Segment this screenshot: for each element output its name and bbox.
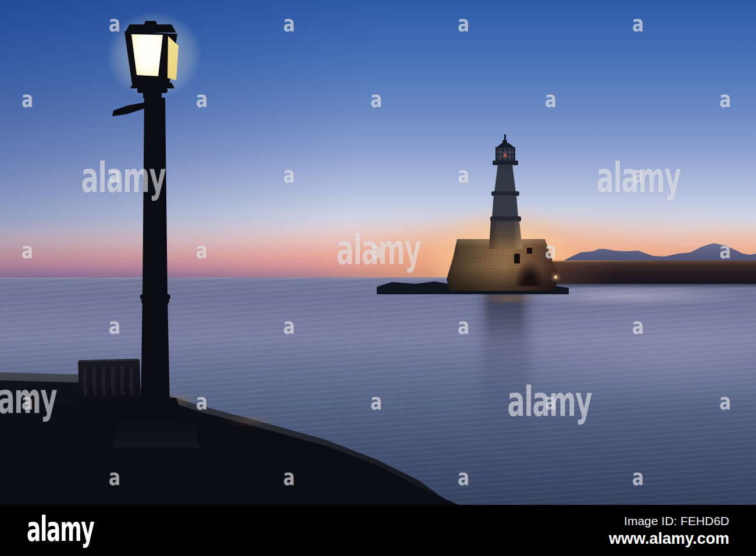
lighthouse-base-window <box>527 248 532 254</box>
lamp-base-plinth <box>113 420 200 448</box>
lighthouse-tower-lower <box>489 221 522 249</box>
photo <box>0 0 756 505</box>
lighthouse-gallery <box>493 161 518 165</box>
alamy-url-text: www.alamy.com <box>609 529 729 548</box>
lighthouse-base-door <box>514 254 520 263</box>
lighthouse-base-arch-shadow <box>515 261 544 286</box>
stone-quay <box>0 349 465 505</box>
harbor-wall-light <box>554 276 557 279</box>
lighthouse-ring-lower <box>490 216 521 222</box>
lamp-pole-ring <box>141 299 169 304</box>
harbor-wall <box>525 261 756 284</box>
stock-photo-page: aaaaaaaaaaaaaaaaaaaaaaaaaaaaaaaalamyalam… <box>0 0 756 556</box>
lighthouse-tower-middle <box>492 195 519 218</box>
image-id-text: Image ID: FEHD6D <box>609 513 729 529</box>
quay-rock-dark <box>0 349 465 505</box>
lit-rock-patch <box>221 416 285 425</box>
footer-right-block: Image ID: FEHD6D www.alamy.com <box>609 513 729 548</box>
alamy-footer-bar: alamy Image ID: FEHD6D www.alamy.com <box>0 505 756 556</box>
lighthouse-lantern-room <box>495 147 515 162</box>
alamy-logo: alamy <box>27 511 94 548</box>
lamp-neck <box>143 92 162 98</box>
lamp-base-flare <box>124 398 185 421</box>
warm-light-reflection <box>476 293 541 304</box>
lighthouse-ring-upper <box>491 191 519 196</box>
